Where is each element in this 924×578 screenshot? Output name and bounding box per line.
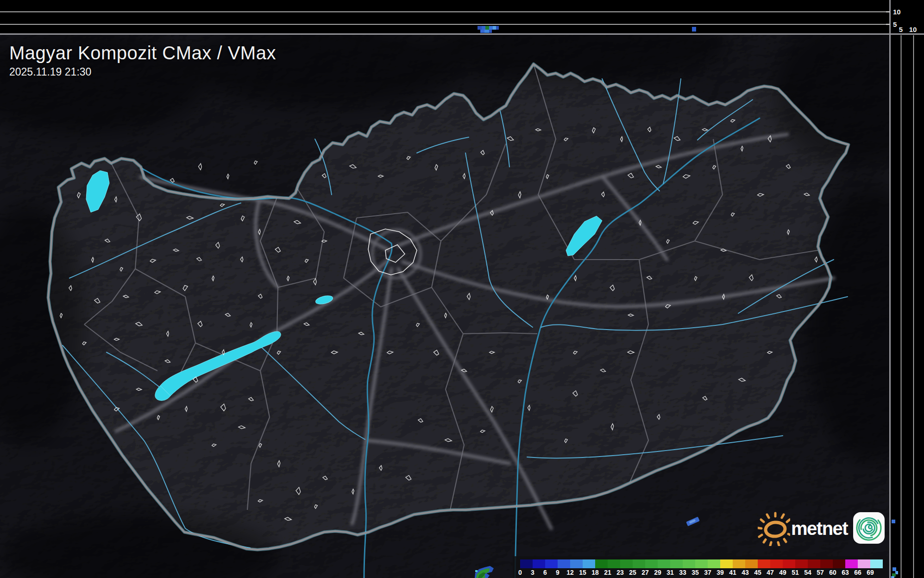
radar-viewer: Magyar Kompozit CMax / VMax 2025.11.19 2… (0, 0, 924, 578)
top-axis-tick-5: 5 (893, 21, 897, 28)
colorbar-cell (720, 559, 733, 568)
echo-block (496, 26, 499, 30)
echo-block (489, 26, 493, 30)
colorbar-tick-label: 21 (604, 569, 611, 576)
colorbar-tick-label: 66 (854, 569, 861, 576)
top-axis-tick-10: 10 (893, 8, 901, 15)
colorbar-tick-label: 54 (804, 569, 811, 576)
colorbar-tick-label: 9 (556, 569, 559, 576)
colorbar-tick-label: 45 (754, 569, 761, 576)
metnet-logo[interactable]: metnet (758, 510, 887, 547)
colorbar-cell (645, 559, 658, 568)
colorbar-cell (833, 559, 845, 568)
colorbar-cells (520, 559, 883, 568)
sun-icon (758, 511, 790, 546)
colorbar-tick-label: 60 (829, 569, 836, 576)
colorbar-cell (808, 559, 820, 568)
colorbar-cell (620, 559, 633, 568)
colorbar-tick-label: 47 (767, 569, 774, 576)
echo-block (891, 576, 894, 578)
colorbar-tick-label: 33 (679, 569, 686, 576)
colorbar-cell (570, 559, 583, 568)
colorbar-tick-label: 51 (792, 569, 799, 576)
colorbar-tick-label: 31 (666, 569, 674, 576)
top-profile-panel (0, 0, 890, 34)
echo-block (482, 26, 485, 30)
echo-block (493, 26, 496, 30)
colorbar-tick-label: 41 (729, 569, 736, 576)
colorbar-tick-label: 15 (579, 569, 586, 576)
colorbar-labels: dBZ 036912151821232527293133353739414345… (513, 569, 888, 577)
right-axis-tick-10: 10 (909, 26, 917, 33)
colorbar-cell (608, 559, 620, 568)
colorbar-cell (783, 559, 795, 568)
colorbar-cell (858, 559, 870, 568)
echo-block (692, 27, 696, 32)
colorbar-cell (820, 559, 833, 568)
colorbar-cell (633, 559, 645, 568)
colorbar-cell (795, 559, 808, 568)
colorbar-tick-label: 18 (591, 569, 599, 576)
colorbar-tick-label: 69 (867, 569, 874, 576)
echo-block (480, 30, 484, 33)
colorbar-tick-label: 29 (654, 569, 661, 576)
colorbar-cell (733, 559, 745, 568)
colorbar-cell (870, 559, 883, 568)
colorbar-cell (770, 559, 783, 568)
colorbar-tick-label: 23 (616, 569, 624, 576)
colorbar-tick-label: 43 (742, 569, 749, 576)
colorbar-cell (658, 559, 670, 568)
right-profile-panel (891, 0, 924, 578)
colorbar-cell (533, 559, 545, 568)
echo-block (478, 26, 482, 30)
colorbar-tick-label: 57 (817, 569, 824, 576)
radar-map-canvas[interactable] (0, 0, 924, 578)
echo-block (489, 30, 492, 33)
colorbar-tick-label: 25 (629, 569, 636, 576)
right-axis-tick-5: 5 (899, 26, 903, 33)
colorbar-tick-label: 49 (779, 569, 786, 576)
colorbar-tick-label: 12 (566, 569, 574, 576)
colorbar-cell (745, 559, 758, 568)
brand-name: metnet (791, 518, 848, 539)
map-area (0, 9, 924, 578)
colorbar-cell (695, 559, 708, 568)
colorbar-tick-label: 63 (842, 569, 849, 576)
colorbar-tick-label: 35 (691, 569, 699, 576)
echo-block (485, 26, 489, 30)
colorbar-cell (845, 559, 858, 568)
echo-block (484, 30, 489, 33)
colorbar-tick-label: 6 (543, 569, 547, 576)
colorbar-cell (670, 559, 683, 568)
echo-block (893, 567, 896, 571)
colorbar-cell (758, 559, 770, 568)
colorbar-cell (583, 559, 595, 568)
colorbar-cell (708, 559, 720, 568)
colorbar-cell (595, 559, 608, 568)
colorbar-cell (683, 559, 695, 568)
colorbar-tick-label: 3 (531, 569, 534, 576)
echo-block (892, 520, 895, 523)
colorbar-tick-label: 27 (641, 569, 649, 576)
colorbar-cell (558, 559, 570, 568)
colorbar-tick-label: 0 (518, 569, 522, 576)
colorbar-tick-label: 37 (704, 569, 711, 576)
colorbar-cell (520, 559, 533, 568)
metnet-app-icon (853, 512, 885, 544)
colorbar-cell (545, 559, 558, 568)
colorbar-tick-label: 39 (717, 569, 724, 576)
dbz-colorbar: dBZ 036912151821232527293133353739414345… (513, 556, 888, 578)
